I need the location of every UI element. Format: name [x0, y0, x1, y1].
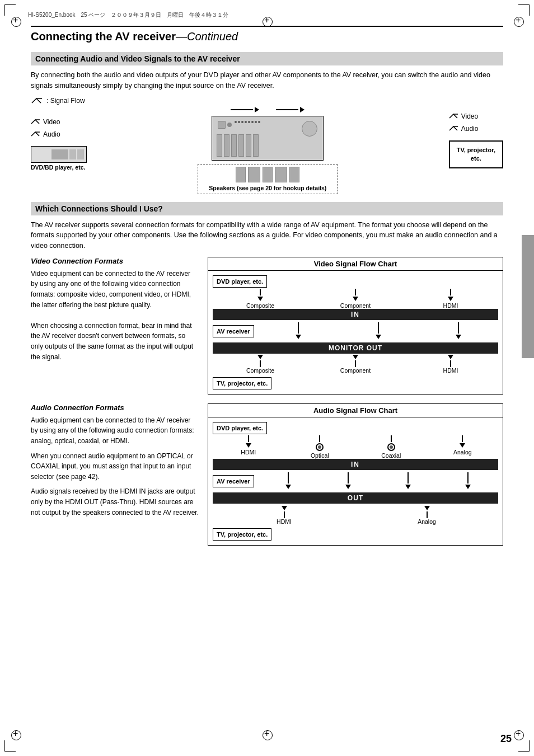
gray-sidebar-tab — [522, 235, 534, 358]
avline3 — [391, 435, 392, 442]
video-output-cols: Composite Component HDMI — [213, 354, 498, 374]
title-main: Connecting the AV receiver — [31, 30, 176, 43]
avline2 — [319, 435, 320, 442]
video-av-row: AV receiver — [213, 322, 498, 340]
signal-flow-icon — [31, 97, 43, 104]
audio-left-col: Audio Connection Formats Audio equipment… — [31, 403, 199, 546]
arrow3 — [448, 297, 453, 301]
composite-out-label: Composite — [246, 367, 274, 374]
arrow1 — [257, 297, 263, 301]
video-dvd-box: DVD player, etc. — [213, 275, 267, 288]
component-out-col: Component — [308, 354, 403, 374]
optical-in-label: Optical — [311, 452, 329, 459]
hdmi-out-label: HDMI — [443, 367, 458, 374]
dvd-player-illustration — [31, 146, 87, 163]
video-body-text: Video equipment can be connected to the … — [31, 269, 199, 362]
reg-mark-bm — [263, 730, 271, 739]
page-number: 25 — [500, 733, 512, 745]
arrow4 — [296, 335, 301, 339]
video-section-container: Video Connection Formats Video equipment… — [31, 257, 503, 395]
audio-arrow-icon — [31, 132, 41, 137]
video-hdmi-col: HDMI — [403, 289, 498, 309]
video-flow-chart: Video Signal Flow Chart DVD player, etc.… — [208, 257, 503, 395]
section2-body: The AV receiver supports several connect… — [31, 220, 503, 251]
aarrow4 — [460, 443, 465, 448]
vline3 — [450, 289, 451, 295]
video-signal-label: Video — [31, 118, 87, 126]
av-receiver-illustration — [212, 116, 324, 161]
signal-flow-label: : Signal Flow — [31, 97, 503, 105]
hdmi-out-col: HDMI — [403, 354, 498, 374]
audio-body1: Audio equipment can be connected to the … — [31, 415, 199, 447]
vline4 — [298, 322, 299, 334]
arrow9 — [448, 355, 453, 359]
component-out-label: Component — [340, 367, 371, 374]
aarrow9 — [282, 506, 287, 510]
aarrow8 — [465, 485, 471, 489]
audio-analog-in-col: Analog — [427, 435, 499, 459]
avline5 — [288, 472, 289, 483]
video-tv-box: TV, projector, etc. — [213, 377, 271, 389]
audio-av-box: AV receiver — [213, 475, 254, 487]
coaxial-in-label: Coaxial — [381, 452, 401, 459]
audio-body3: Audio signals received by the HDMI IN ja… — [31, 486, 199, 518]
audio-signal-label: Audio — [31, 130, 87, 138]
video-input-cols: Composite Component HDMI — [213, 289, 498, 309]
audio-chart-title: Audio Signal Flow Chart — [208, 404, 503, 417]
tv-box: TV, projector,etc. — [449, 140, 503, 169]
analog-out-audio-col: Analog — [355, 505, 498, 525]
avline10 — [427, 511, 428, 518]
audio-dvd-row: DVD player, etc. — [213, 422, 498, 434]
speakers-label: Speakers (see page 20 for hookup details… — [205, 185, 330, 191]
section1-heading: Connecting Audio and Video Signals to th… — [31, 52, 503, 65]
video-dvd-row: DVD player, etc. — [213, 275, 498, 288]
audio-in-bar: IN — [213, 459, 498, 470]
hdmi-audio-out-label: HDMI — [277, 518, 292, 525]
audio-out-bar: OUT — [213, 492, 498, 504]
left-diagram-col: Video Audio DVD/BD player, — [31, 118, 87, 171]
avline7 — [407, 472, 409, 483]
composite-out-col: Composite — [213, 354, 308, 374]
signal-flow-text: : Signal Flow — [46, 97, 85, 105]
title-continued: —Continued — [176, 30, 238, 43]
composite-in-label: Composite — [246, 302, 274, 309]
vline7 — [260, 360, 261, 367]
arrow7 — [257, 355, 263, 359]
video-out-label: Video — [449, 112, 478, 120]
av-coaxial-audio-down — [405, 472, 411, 490]
aarrow1 — [246, 443, 251, 448]
vline6 — [458, 322, 459, 334]
vline5 — [378, 322, 379, 334]
reg-mark-bl — [11, 730, 20, 739]
audio-flow-chart: Audio Signal Flow Chart DVD player, etc.… — [208, 403, 503, 546]
hdmi-in-label: HDMI — [443, 302, 458, 309]
analog-audio-out-label: Analog — [418, 518, 436, 525]
vline1 — [260, 289, 261, 295]
reg-mark-br — [514, 730, 523, 739]
aarrow6 — [345, 485, 351, 489]
component-in-label: Component — [340, 302, 371, 309]
hdmi-out-audio-col: HDMI — [213, 505, 355, 525]
aarrow5 — [285, 485, 291, 489]
audio-hdmi-in-col: HDMI — [213, 435, 284, 459]
signal-diagram-area: : Signal Flow Video Audio — [31, 97, 503, 194]
section2-heading: Which Connections Should I Use? — [31, 202, 503, 215]
video-chart-title: Video Signal Flow Chart — [208, 257, 503, 271]
video-label-text: Video — [43, 118, 60, 126]
arrow6 — [456, 335, 461, 339]
audio-out-label: Audio — [449, 125, 479, 133]
arrow5 — [376, 335, 381, 339]
aarrow7 — [405, 485, 411, 489]
corner-mark-bl — [4, 740, 16, 752]
audio-flow-chart-box: Audio Signal Flow Chart DVD player, etc.… — [208, 403, 503, 546]
audio-dvd-box: DVD player, etc. — [213, 422, 267, 434]
arrow2 — [353, 297, 358, 301]
av-optical-audio-down — [345, 472, 351, 490]
avline9 — [284, 511, 285, 518]
video-out-text: Video — [461, 112, 478, 120]
avline4 — [462, 435, 463, 442]
audio-av-row: AV receiver — [213, 472, 498, 490]
av-hdmi-audio-down — [285, 472, 291, 490]
avline1 — [248, 435, 249, 442]
hdmi-in-col-label: HDMI — [241, 449, 256, 456]
